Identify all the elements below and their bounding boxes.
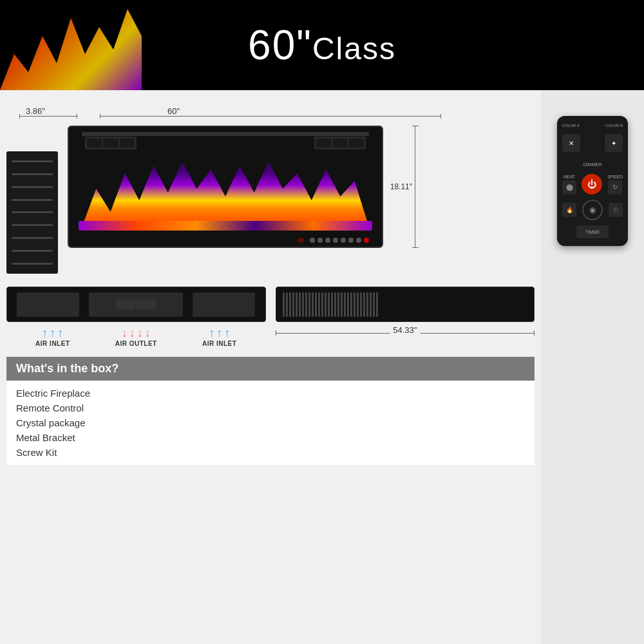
remote-btn-color-a[interactable]: ✕ [562,134,580,152]
control-dot-3 [325,238,330,243]
vent-19 [341,292,343,317]
arrow-up-5: ↑ [216,327,222,339]
bottom-section-3 [193,292,255,317]
vent-14 [325,292,327,317]
whats-header: What's in the box? [6,357,535,381]
side-profile-box [6,151,58,274]
color-a-icon: ✕ [569,140,574,147]
vent-17 [334,292,336,317]
width-dimension: 60" [167,106,180,116]
vent-28 [370,292,372,317]
vent-16 [331,292,333,317]
air-inlet-right: ↑ ↑ ↑ AIR INLET [202,327,236,347]
box-item-4: Metal Bracket [16,430,525,445]
color-a-label: COLOR A [562,124,580,128]
bottom-section-2 [89,292,183,317]
control-dot-6 [348,238,354,243]
vent-12 [318,292,320,317]
color-b-icon: ✦ [611,140,616,147]
size-number: 60" [248,22,312,68]
vent-13 [321,292,323,317]
vent-7 [302,292,304,317]
arrow-down-1: ↓ [122,327,128,339]
dimmer-row: DIMMER [562,157,623,169]
arrow-down-2: ↓ [129,327,135,339]
vents-container [276,287,535,321]
front-height-label: 18.11" [390,182,412,191]
header-title: 60"Class [248,21,396,69]
fireplace-controls: 88 [298,237,369,243]
width-dim-line [100,116,441,117]
remote-btn-heat[interactable]: ⬤ [562,180,576,194]
arrow-up-3: ↑ [57,327,63,339]
remote-control: COLOR A COLOR B ✕ ✦ DIMMER HEAT [557,116,628,246]
vent-29 [373,292,375,317]
vent-6 [299,292,301,317]
depth-dimension: 3.86" [26,106,45,116]
power-icon: ⏻ [587,179,596,189]
remote-btn-speed[interactable]: ↻ [608,180,622,194]
remote-timer-btn[interactable]: TIMER [576,225,609,238]
vent-9 [308,292,310,317]
arrow-up-2: ↑ [50,327,55,339]
remote-heat-speed-row: HEAT ⬤ ⏻ SPEED ↻ [562,174,623,194]
color-b-label: COLOR B [605,124,623,128]
vent-11 [315,292,317,317]
right-panel: COLOR A COLOR B ✕ ✦ DIMMER HEAT [541,90,644,644]
control-dot-2 [317,238,323,243]
air-outlet-label: AIR OUTLET [115,340,157,347]
heat-icon: ⬤ [566,184,573,191]
flame-base [79,221,372,231]
control-dot-4 [333,238,338,243]
vent-2 [286,292,288,317]
speed-icon: ↻ [612,184,618,191]
air-inlet-right-label: AIR INLET [202,340,236,347]
bottom-section-1 [17,292,79,317]
heat-section: HEAT ⬤ [562,175,576,194]
air-outlet: ↓ ↓ ↓ ↓ AIR OUTLET [115,327,157,347]
air-inlet-left: ↑ ↑ ↑ AIR INLET [35,327,70,347]
remote-btn-icon1[interactable]: 🔥 [562,203,576,217]
arrow-down-4: ↓ [145,327,151,339]
arrow-up-6: ↑ [224,327,230,339]
speaker-right [314,137,366,149]
vent-15 [328,292,330,317]
arrow-up-1: ↑ [42,327,48,339]
control-dot-power [364,238,369,243]
icon2: ⏲ [613,207,619,213]
bottom-box-right [276,287,535,322]
box-item-1: Electric Fireplace [16,386,525,401]
remote-btn-icon2[interactable]: ⏲ [609,203,623,217]
remote-icons-row: 🔥 ◉ ⏲ [562,200,623,220]
vent-26 [363,292,365,317]
vent-1 [283,292,285,317]
vent-5 [296,292,298,317]
ring-icon: ◉ [589,205,596,214]
airflow-arrows-left: ↑ ↑ ↑ [42,327,63,339]
vent-25 [360,292,362,317]
diagram-area: 3.86" 60" 16.54" [0,90,541,644]
arrow-down-3: ↓ [137,327,143,339]
vent-27 [366,292,368,317]
vent-23 [354,292,355,317]
flame-display [82,150,369,227]
remote-power-btn[interactable]: ⏻ [582,174,602,194]
bottom-view-right: 54.33" [276,287,535,347]
box-item-3: Crystal package [16,415,525,430]
remote-timer-row: TIMER [562,225,623,238]
remote-ring-btn[interactable]: ◉ [582,200,603,220]
vent-22 [350,292,352,317]
airflow-arrows-center: ↓ ↓ ↓ ↓ [122,327,151,339]
heat-label: HEAT [564,175,575,179]
vent-21 [347,292,349,317]
vent-8 [305,292,307,317]
box-items-list: Electric Fireplace Remote Control Crysta… [6,381,535,465]
air-inlet-left-label: AIR INLET [35,340,70,347]
remote-btn-color-b[interactable]: ✦ [605,134,623,152]
fireplace-front-view: 88 [68,126,383,248]
speaker-left [85,137,137,149]
icon1: 🔥 [566,207,573,213]
vent-24 [357,292,359,317]
bottom-width-dim: 54.33" [276,325,535,341]
depth-dim-line [19,116,77,117]
